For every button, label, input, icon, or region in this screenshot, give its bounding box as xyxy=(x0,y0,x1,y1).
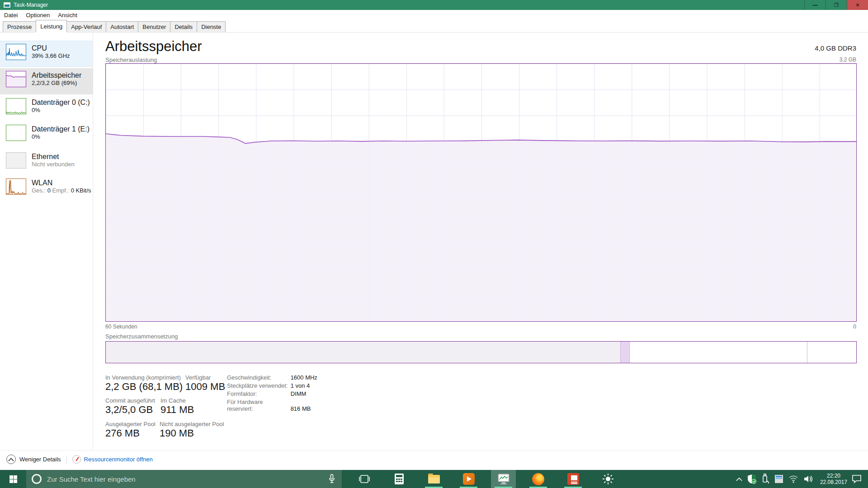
calculator-button[interactable] xyxy=(387,470,411,488)
stat-committed-value: 3,2/5,0 GB xyxy=(105,404,155,416)
calculator-icon xyxy=(394,473,404,485)
speaker-icon[interactable] xyxy=(803,475,813,483)
start-button[interactable] xyxy=(0,470,26,488)
sidebar-disk0-title: Datenträger 0 (C:) xyxy=(32,98,90,107)
stat-in-use-label: In Verwendung (komprimiert) xyxy=(105,374,183,381)
tab-autostart[interactable]: Autostart xyxy=(106,21,138,32)
usage-chart-label: Speicherauslastung xyxy=(105,56,157,63)
tab-benutzer[interactable]: Benutzer xyxy=(138,21,170,32)
detail-speed-value: 1600 MHz xyxy=(291,374,317,381)
task-manager-icon xyxy=(497,473,510,485)
detail-slots-label: Steckplätze verwendet: xyxy=(227,382,289,389)
tab-prozesse[interactable]: Prozesse xyxy=(3,21,36,32)
cortana-icon xyxy=(32,474,42,484)
wlan-empf-value: 0 KBit/s xyxy=(71,187,91,194)
defender-shield-icon[interactable] xyxy=(747,474,756,484)
stat-nonpaged-pool-label: Nicht ausgelagerter Pool xyxy=(160,421,224,427)
brightness-button[interactable] xyxy=(595,470,620,488)
task-manager-app-icon xyxy=(4,2,10,8)
window-title: Task-Manager xyxy=(14,2,48,8)
footer-divider xyxy=(66,455,67,464)
powerpoint-button[interactable] xyxy=(561,470,585,488)
sun-icon xyxy=(602,473,614,485)
file-explorer-icon xyxy=(428,475,440,483)
disk1-sparkline-icon xyxy=(6,125,26,141)
restore-button[interactable]: ❐ xyxy=(826,0,847,10)
taskbar: Zur Suche Text hier eingeben xyxy=(0,470,868,488)
collapse-details-icon[interactable] xyxy=(6,455,16,464)
sidebar-item-disk0[interactable]: Datenträger 0 (C:) 0% xyxy=(0,95,93,122)
clock-time: 22:20 xyxy=(820,473,847,479)
resource-monitor-icon xyxy=(72,455,81,464)
tab-dienste[interactable]: Dienste xyxy=(197,21,226,32)
detail-reserved-label: Für Hardware reserviert: xyxy=(227,399,289,412)
disk0-sparkline-icon xyxy=(6,98,26,114)
less-details-toggle[interactable]: Weniger Details xyxy=(19,456,61,463)
sidebar-item-ethernet[interactable]: Ethernet Nicht verbunden xyxy=(0,150,93,176)
menu-optionen[interactable]: Optionen xyxy=(22,12,54,19)
stat-cached-value: 911 MB xyxy=(160,404,194,416)
file-explorer-button[interactable] xyxy=(421,470,446,488)
total-memory-label: 4,0 GB DDR3 xyxy=(815,44,856,52)
detail-speed-label: Geschwindigkeit: xyxy=(227,374,289,381)
menu-ansicht[interactable]: Ansicht xyxy=(54,12,81,19)
tab-app-verlauf[interactable]: App-Verlauf xyxy=(66,21,106,32)
sidebar-disk0-subtitle: 0% xyxy=(32,107,90,114)
search-input[interactable]: Zur Suche Text hier eingeben xyxy=(26,470,342,488)
wlan-ges-value: 0 xyxy=(47,187,51,194)
sidebar-item-memory[interactable]: Arbeitsspeicher 2,2/3,2 GB (69%) xyxy=(0,68,93,94)
sidebar-ethernet-subtitle: Nicht verbunden xyxy=(32,161,75,168)
stat-available-label: Verfügbar xyxy=(185,374,225,381)
microphone-icon xyxy=(328,474,335,484)
firefox-button[interactable] xyxy=(526,470,551,488)
sidebar-item-cpu[interactable]: CPU 39% 3,66 GHz xyxy=(0,41,93,67)
composition-segment-standby xyxy=(630,342,807,363)
stat-paged-pool-label: Ausgelagerter Pool xyxy=(105,421,156,427)
detail-slots-value: 1 von 4 xyxy=(291,382,310,389)
resource-monitor-link[interactable]: Ressourcenmonitor öffnen xyxy=(84,456,153,463)
time-axis-label: 60 Sekunden xyxy=(105,324,137,330)
sidebar-disk1-title: Datenträger 1 (E:) xyxy=(32,125,90,133)
detail-reserved-value: 816 MB xyxy=(291,405,311,412)
minimize-button[interactable]: — xyxy=(804,0,826,10)
task-view-button[interactable] xyxy=(352,470,377,488)
taskbar-clock[interactable]: 22:20 22.08.2017 xyxy=(820,473,847,485)
menu-datei[interactable]: Datei xyxy=(0,12,22,19)
composition-segment-in-use xyxy=(106,342,621,363)
sidebar-memory-subtitle: 2,2/3,2 GB (69%) xyxy=(32,80,81,87)
cpu-sparkline-icon xyxy=(6,44,26,60)
page-title: Arbeitsspeicher xyxy=(105,38,202,55)
search-placeholder: Zur Suche Text hier eingeben xyxy=(47,475,328,483)
footer-bar: Weniger Details Ressourcenmonitor öffnen xyxy=(0,450,868,470)
chart-max-label: 3,2 GB xyxy=(840,56,856,63)
task-manager-button[interactable] xyxy=(491,470,516,488)
media-player-button[interactable] xyxy=(456,470,481,488)
task-view-icon xyxy=(359,474,370,483)
sidebar-item-wlan[interactable]: WLAN Ges.: 0 Empf.: 0 KBit/s xyxy=(0,176,93,202)
detail-formfactor-label: Formfaktor: xyxy=(227,390,289,397)
stat-nonpaged-pool-value: 190 MB xyxy=(160,427,224,439)
wlan-sparkline-icon xyxy=(6,178,26,195)
system-tray: 22:20 22.08.2017 xyxy=(736,470,868,488)
action-center-button[interactable] xyxy=(852,474,862,483)
title-bar: Task-Manager — ❐ ✕ xyxy=(0,0,868,10)
stat-committed-label: Commit ausgeführt xyxy=(105,397,155,404)
ethernet-sparkline-icon xyxy=(6,152,26,169)
wlan-empf-label: Empf.: xyxy=(52,187,70,194)
tab-details[interactable]: Details xyxy=(170,21,197,32)
wifi-icon[interactable] xyxy=(788,475,798,483)
stat-paged-pool-value: 276 MB xyxy=(105,427,156,439)
firefox-icon xyxy=(532,473,544,485)
memory-card-icon[interactable] xyxy=(774,474,783,483)
usb-icon[interactable] xyxy=(761,474,769,484)
sidebar-cpu-subtitle: 39% 3,66 GHz xyxy=(32,52,70,60)
stat-available-value: 1009 MB xyxy=(185,381,225,393)
sidebar-item-disk1[interactable]: Datenträger 1 (E:) 0% xyxy=(0,122,93,148)
detail-formfactor-value: DIMM xyxy=(291,390,307,397)
time-axis-zero: 0 xyxy=(853,324,856,330)
close-button[interactable]: ✕ xyxy=(847,0,868,10)
tab-leistung[interactable]: Leistung xyxy=(36,20,67,32)
tray-chevron-button[interactable] xyxy=(736,477,742,481)
sidebar-cpu-title: CPU xyxy=(32,44,70,52)
clock-date: 22.08.2017 xyxy=(820,479,847,485)
